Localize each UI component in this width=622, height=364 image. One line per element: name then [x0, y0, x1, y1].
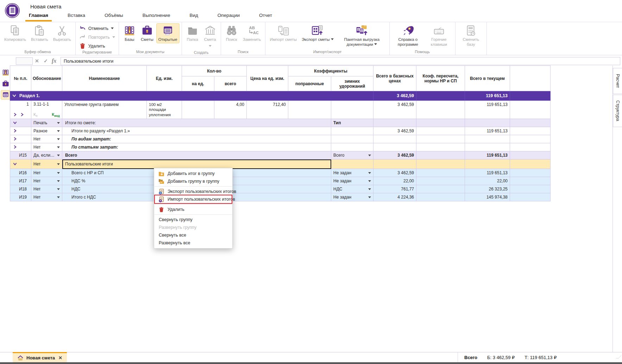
- row-number[interactable]: И17: [10, 177, 31, 185]
- chevron-right-icon[interactable]: [13, 145, 17, 149]
- print-mode-dropdown[interactable]: Печать: [33, 120, 60, 125]
- total-current-value[interactable]: [465, 135, 510, 143]
- table-row-item-1[interactable]: 13.11-1-1КпКиндУплотнение грунта гравием…: [10, 101, 551, 119]
- coef-p-label[interactable]: Кп: [33, 112, 37, 118]
- total-current-value[interactable]: [465, 119, 510, 127]
- menu-item-import-user-totals[interactable]: Импорт пользовательских итогов: [154, 195, 232, 203]
- sidebar-item-bases[interactable]: [1, 68, 10, 77]
- table-row-by-cost-items[interactable]: НетПо статьям затрат:: [10, 143, 551, 151]
- side-tab-calculation[interactable]: Расчет: [613, 68, 622, 94]
- row-name[interactable]: Пользовательские итоги: [62, 159, 331, 169]
- chevron-right-icon[interactable]: [13, 137, 17, 141]
- cell-reference-input[interactable]: [16, 57, 33, 65]
- print-mode-dropdown[interactable]: Нет: [33, 145, 60, 150]
- document-tab[interactable]: Новая смета ✕: [13, 352, 67, 363]
- total-current-value[interactable]: 119 651,13: [465, 127, 510, 135]
- sidebar-item-open[interactable]: [1, 90, 10, 100]
- total-current-value[interactable]: 119 651,13: [465, 151, 510, 159]
- function-icon[interactable]: fx: [52, 57, 56, 64]
- print-mode-dropdown[interactable]: Разное: [33, 128, 60, 133]
- total-base-value[interactable]: 3 462,59: [373, 101, 416, 119]
- ribbon-tab-operacii[interactable]: Операции: [216, 11, 241, 21]
- formula-input[interactable]: Пользовательские итоги: [61, 57, 620, 65]
- table-row-section-1[interactable]: Раздел 1.3 462,59119 651,13: [10, 91, 551, 101]
- total-base-value[interactable]: [373, 135, 416, 143]
- type-dropdown[interactable]: Не задан: [333, 170, 371, 175]
- row-name[interactable]: Всего: [62, 151, 331, 159]
- coef-ind-label[interactable]: Кинд: [52, 112, 60, 118]
- open-button[interactable]: Открытые: [156, 23, 180, 43]
- print-mode-dropdown[interactable]: Нет: [33, 137, 60, 142]
- row-name[interactable]: Итоги по разделу «Раздел 1.»: [62, 127, 331, 135]
- table-row-i15-total[interactable]: И15Да, если н…ВсегоВсего3 462,59119 651,…: [10, 151, 551, 159]
- total-base-value[interactable]: [373, 143, 416, 151]
- undo-button[interactable]: Отменить: [78, 25, 115, 32]
- qty-total-value[interactable]: 4,00: [214, 101, 247, 119]
- total-current-value[interactable]: 22,00: [465, 177, 510, 185]
- total-current-value[interactable]: 119 651,13: [465, 91, 510, 101]
- total-base-value[interactable]: 3 462,59: [373, 127, 416, 135]
- ribbon-tab-vid[interactable]: Вид: [188, 11, 199, 21]
- chevron-down-icon[interactable]: [12, 94, 16, 98]
- total-current-value[interactable]: 119 651,13: [465, 101, 510, 119]
- total-current-value[interactable]: [465, 143, 510, 151]
- total-base-value[interactable]: [373, 159, 416, 169]
- print-mode-dropdown[interactable]: Нет: [33, 195, 60, 200]
- sidebar-item-estimates[interactable]: [1, 79, 10, 88]
- table-row-by-cost-types[interactable]: НетПо видам затрат:: [10, 135, 551, 143]
- menu-item-collapse-group[interactable]: Свернуть группу: [154, 216, 232, 224]
- ribbon-tab-glavnaya[interactable]: Главная: [27, 11, 50, 21]
- table-row-i19-total-with-vat[interactable]: И19НетИтого с НДСНе задан4 224,36145 974…: [10, 193, 551, 201]
- print-mode-dropdown[interactable]: Нет: [33, 187, 60, 192]
- table-row-section-totals[interactable]: РазноеИтоги по разделу «Раздел 1.»3 462,…: [10, 127, 551, 135]
- row-number[interactable]: И18: [10, 185, 31, 193]
- type-dropdown[interactable]: Не задан: [333, 195, 371, 200]
- ribbon-tab-obyomy[interactable]: Объёмы: [103, 11, 125, 21]
- ribbon-tab-vstavka[interactable]: Вставка: [66, 11, 87, 21]
- total-base-value[interactable]: 761,77: [373, 185, 416, 193]
- item-unit[interactable]: 100 м2 площади уплотнения: [147, 101, 182, 119]
- row-name[interactable]: Итоги по смете:: [62, 119, 331, 127]
- print-mode-dropdown[interactable]: Нет: [33, 178, 60, 183]
- close-tab-icon[interactable]: ✕: [58, 355, 62, 360]
- total-current-value[interactable]: [465, 159, 510, 169]
- row-number[interactable]: И15: [10, 151, 31, 159]
- row-name[interactable]: По статьям затрат:: [62, 143, 331, 151]
- about-button[interactable]: Справка о программе: [392, 23, 424, 48]
- batch-export-button[interactable]: Пакетная выгрузка документации: [337, 23, 387, 48]
- table-row-user-totals[interactable]: НетПользовательские итоги: [10, 159, 551, 169]
- print-mode-dropdown[interactable]: Нет: [33, 162, 60, 167]
- total-base-value[interactable]: 4 224,36: [373, 193, 416, 201]
- chevron-right-icon[interactable]: [13, 129, 17, 133]
- side-tab-structure[interactable]: Структура: [613, 95, 622, 127]
- total-base-value[interactable]: 3 462,59: [373, 169, 416, 177]
- total-current-value[interactable]: 26 323,25: [465, 185, 510, 193]
- menu-item-delete[interactable]: Удалить: [154, 206, 232, 213]
- chevron-down-icon[interactable]: [13, 162, 17, 166]
- total-base-value[interactable]: [373, 119, 416, 127]
- chevron-down-icon[interactable]: [13, 121, 17, 125]
- price-value[interactable]: 712,40: [247, 101, 288, 119]
- estimates-button[interactable]: Сметы: [139, 23, 156, 43]
- type-dropdown[interactable]: Всего: [333, 153, 371, 158]
- total-base-value[interactable]: 3 462,59: [373, 91, 416, 101]
- row-number[interactable]: И19: [10, 193, 31, 201]
- table-row-totals-header[interactable]: ПечатьИтоги по смете:Тип: [10, 119, 551, 127]
- confirm-icon[interactable]: ✓: [44, 57, 48, 64]
- section-name[interactable]: Раздел 1.: [10, 91, 373, 101]
- table-row-i17-vat-percent[interactable]: И17НетНДС %Не задан22,0022,00: [10, 177, 551, 185]
- chevron-right-icon[interactable]: [13, 113, 17, 117]
- ribbon-tab-vypolnenie[interactable]: Выполнение: [141, 11, 172, 21]
- type-dropdown[interactable]: Не задан: [333, 178, 371, 183]
- type-dropdown[interactable]: НДС: [333, 187, 371, 192]
- ribbon-tab-otchet[interactable]: Отчет: [258, 11, 274, 21]
- chevron-right-icon[interactable]: [20, 113, 24, 117]
- menu-item-collapse-all[interactable]: Свернуть все: [154, 231, 232, 239]
- table-row-i16-total-nr-sp[interactable]: И16НетВсего с НР и СПНе задан3 462,59119…: [10, 169, 551, 177]
- menu-item-add-group-to-group[interactable]: Добавить группу в группу: [154, 177, 232, 185]
- table-row-i18-vat[interactable]: И18НетНДСНДС761,7726 323,25: [10, 185, 551, 193]
- delete-button[interactable]: Удалить: [78, 42, 107, 50]
- cancel-icon[interactable]: ✕: [35, 57, 39, 64]
- print-mode-dropdown[interactable]: Да, если н…: [33, 153, 60, 158]
- total-base-value[interactable]: 3 462,59: [373, 151, 416, 159]
